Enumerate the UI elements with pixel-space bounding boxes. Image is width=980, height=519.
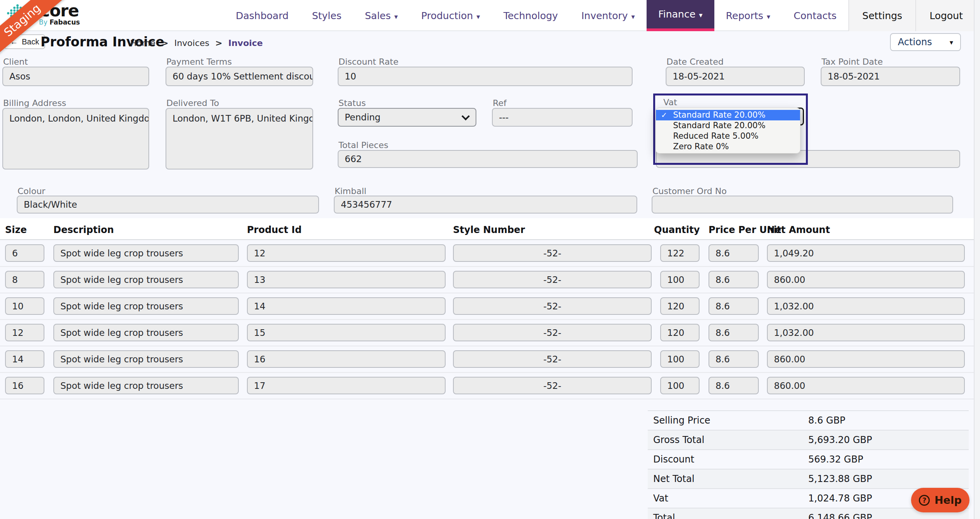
vat-dropdown-menu: ✓ Standard Rate 20.00% Standard Rate 20.…: [656, 108, 800, 154]
price-per-unit-field[interactable]: 8.6: [709, 350, 759, 368]
net-amount-field[interactable]: 1,032.00: [767, 297, 965, 315]
product-id-field[interactable]: 12: [247, 244, 446, 262]
discount-rate-field[interactable]: 10: [338, 67, 633, 86]
items-table-header: Size Description Product Id Style Number…: [0, 218, 974, 240]
style-number-field[interactable]: -52-: [453, 377, 652, 394]
question-mark-icon: ?: [919, 495, 930, 506]
product-id-field[interactable]: 14: [247, 297, 446, 315]
vat-label: Vat: [663, 97, 677, 107]
quantity-field[interactable]: 100: [660, 271, 700, 288]
breadcrumb-home[interactable]: Home: [130, 38, 155, 48]
client-field[interactable]: Asos: [2, 67, 149, 86]
summary-row-net-total: Net Total 5,123.88 GBP: [648, 469, 969, 488]
tax-point-date-field[interactable]: 18-05-2021: [821, 67, 960, 86]
col-header-size: Size: [5, 224, 27, 235]
price-per-unit-field[interactable]: 8.6: [709, 324, 759, 341]
description-field[interactable]: Spot wide leg crop trousers: [53, 377, 239, 394]
breadcrumb: Home > Invoices > Invoice: [130, 38, 263, 48]
nav-settings[interactable]: Settings: [848, 0, 916, 31]
kimball-field[interactable]: 453456777: [334, 196, 637, 214]
style-number-field[interactable]: -52-: [453, 244, 652, 262]
nav-finance[interactable]: Finance▾: [647, 0, 714, 31]
payment-terms-field[interactable]: 60 days 10% Settlement discount: [166, 67, 313, 86]
nav-logout[interactable]: Logout: [915, 0, 980, 31]
style-number-field[interactable]: -52-: [453, 297, 652, 315]
size-field[interactable]: 12: [5, 324, 44, 341]
size-field[interactable]: 8: [5, 271, 44, 288]
description-field[interactable]: Spot wide leg crop trousers: [53, 271, 239, 288]
status-label: Status: [338, 98, 366, 108]
description-field[interactable]: Spot wide leg crop trousers: [53, 350, 239, 368]
size-field[interactable]: 10: [5, 297, 44, 315]
breadcrumb-current: Invoice: [228, 38, 263, 48]
colour-label: Colour: [18, 186, 45, 196]
delivered-to-field[interactable]: London, W1T 6PB, United Kingdom: [166, 108, 313, 169]
vat-option[interactable]: Reduced Rate 5.00%: [656, 131, 800, 141]
chevron-down-icon: ▾: [631, 12, 635, 21]
table-row: 14 Spot wide leg crop trousers 16 -52- 1…: [0, 346, 974, 373]
vertical-scrollbar[interactable]: [974, 0, 980, 519]
nav-dashboard[interactable]: Dashboard: [224, 0, 300, 31]
quantity-field[interactable]: 100: [660, 377, 700, 394]
summary-row-discount: Discount 569.32 GBP: [648, 449, 969, 469]
quantity-field[interactable]: 120: [660, 297, 700, 315]
price-per-unit-field[interactable]: 8.6: [709, 297, 759, 315]
nav-styles[interactable]: Styles: [300, 0, 353, 31]
table-row: 16 Spot wide leg crop trousers 17 -52- 1…: [0, 373, 974, 399]
total-pieces-field[interactable]: 662: [338, 150, 638, 168]
product-id-field[interactable]: 16: [247, 350, 446, 368]
net-amount-field[interactable]: 860.00: [767, 350, 965, 368]
billing-address-field[interactable]: London, London, United Kingdom: [2, 108, 149, 169]
chevron-down-icon: [462, 112, 470, 120]
ref-label: Ref: [493, 98, 507, 108]
date-created-field[interactable]: 18-05-2021: [666, 67, 805, 86]
colour-field[interactable]: Black/White: [17, 196, 319, 214]
product-id-field[interactable]: 15: [247, 324, 446, 341]
style-number-field[interactable]: -52-: [453, 324, 652, 341]
actions-dropdown-button[interactable]: Actions ▾: [890, 33, 961, 51]
net-amount-field[interactable]: 860.00: [767, 271, 965, 288]
nav-technology[interactable]: Technology: [492, 0, 569, 31]
logo-tagline: By Fabacus: [39, 19, 80, 26]
breadcrumb-invoices[interactable]: Invoices: [174, 38, 209, 48]
style-number-field[interactable]: -52-: [453, 350, 652, 368]
product-id-field[interactable]: 17: [247, 377, 446, 394]
description-field[interactable]: Spot wide leg crop trousers: [53, 297, 239, 315]
ref-field[interactable]: ---: [492, 108, 633, 127]
net-amount-field[interactable]: 1,032.00: [767, 324, 965, 341]
quantity-field[interactable]: 120: [660, 324, 700, 341]
quantity-field[interactable]: 100: [660, 350, 700, 368]
size-field[interactable]: 6: [5, 244, 44, 262]
price-per-unit-field[interactable]: 8.6: [709, 271, 759, 288]
status-select[interactable]: Pending: [338, 108, 476, 127]
help-button[interactable]: ? Help: [911, 488, 969, 512]
col-header-net-amount: Net Amount: [767, 224, 830, 235]
net-amount-field[interactable]: 860.00: [767, 377, 965, 394]
vat-option[interactable]: Standard Rate 20.00%: [656, 120, 800, 131]
nav-sales[interactable]: Sales▾: [353, 0, 410, 31]
description-field[interactable]: Spot wide leg crop trousers: [53, 324, 239, 341]
payment-terms-label: Payment Terms: [166, 57, 232, 67]
size-field[interactable]: 14: [5, 350, 44, 368]
vat-option-selected[interactable]: ✓ Standard Rate 20.00%: [656, 110, 800, 120]
customer-ord-no-field[interactable]: [652, 196, 953, 214]
description-field[interactable]: Spot wide leg crop trousers: [53, 244, 239, 262]
checkmark-icon: ✓: [661, 110, 667, 120]
nav-inventory[interactable]: Inventory▾: [569, 0, 646, 31]
nav-reports[interactable]: Reports▾: [714, 0, 782, 31]
nav-contacts[interactable]: Contacts: [782, 0, 848, 31]
quantity-field[interactable]: 122: [660, 244, 700, 262]
product-id-field[interactable]: 13: [247, 271, 446, 288]
col-header-style-number: Style Number: [453, 224, 525, 235]
vat-option[interactable]: Zero Rate 0%: [656, 141, 800, 152]
chevron-down-icon: ▾: [476, 12, 480, 21]
net-amount-field[interactable]: 1,049.20: [767, 244, 965, 262]
billing-address-label: Billing Address: [3, 98, 66, 108]
size-field[interactable]: 16: [5, 377, 44, 394]
price-per-unit-field[interactable]: 8.6: [709, 377, 759, 394]
style-number-field[interactable]: -52-: [453, 271, 652, 288]
client-label: Client: [3, 57, 28, 67]
nav-production[interactable]: Production▾: [409, 0, 492, 31]
price-per-unit-field[interactable]: 8.6: [709, 244, 759, 262]
total-pieces-label: Total Pieces: [338, 140, 388, 150]
